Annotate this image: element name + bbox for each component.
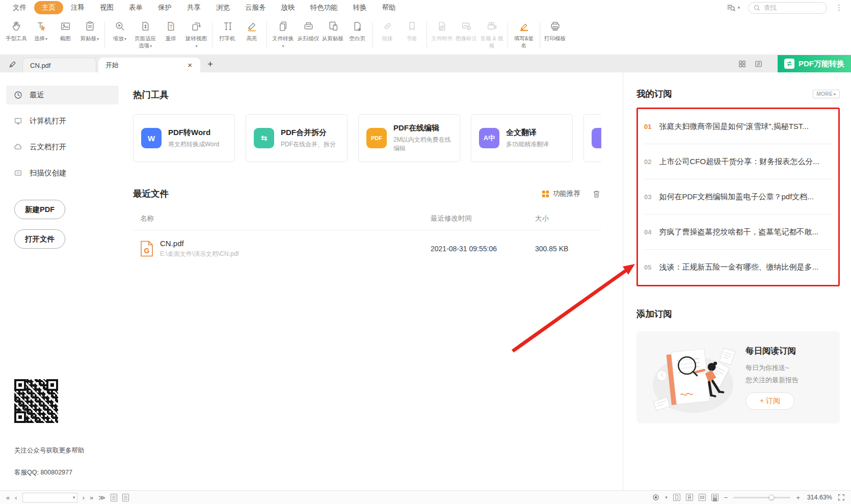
tool-highlight[interactable]: 高亮 <box>240 15 264 55</box>
reflow-icon <box>165 20 177 33</box>
subscription-item[interactable]: 03 如何在PDF文档编辑加盖电子公章？pdf文档... <box>644 179 832 215</box>
trash-icon <box>592 189 601 199</box>
more-menu-icon[interactable]: ⋮ <box>835 3 843 12</box>
first-page-button[interactable]: « <box>6 494 10 501</box>
single-page-layout-icon[interactable] <box>673 494 680 501</box>
clear-recent-button[interactable] <box>592 189 601 199</box>
card-merge-split[interactable]: ⇆ PDF合并拆分 PDF在线合并、拆分 <box>246 114 348 162</box>
sidebar-item-open-computer[interactable]: 计算机打开 <box>6 112 119 130</box>
zoom-slider[interactable] <box>733 497 790 498</box>
menu-cloud-service[interactable]: 云服务 <box>237 1 274 14</box>
menu-help[interactable]: 帮助 <box>375 1 404 14</box>
tabbar-right: PDF万能转换 <box>738 55 851 72</box>
menu-special-features[interactable]: 特色功能 <box>303 1 345 14</box>
subscription-item[interactable]: 02 上市公司CFO超级干货分享：财务报表怎么分... <box>644 144 832 179</box>
tab-document[interactable]: CN.pdf <box>22 58 96 72</box>
tool-from-scanner[interactable]: 从扫描仪 <box>296 15 321 55</box>
tool-hand[interactable]: 手型工具 <box>4 15 29 55</box>
page-thumbnail-icon[interactable] <box>111 494 117 501</box>
sidebar-item-label: 云文档打开 <box>30 142 67 152</box>
pen-tool-button[interactable] <box>4 57 20 72</box>
card-title: PDF转Word <box>168 128 219 138</box>
find-options-button[interactable]: ▾ <box>726 3 740 13</box>
last-page-button[interactable]: » <box>90 494 93 501</box>
subscription-item[interactable]: 05 浅谈：正规新五险一金有哪些、缴纳比例是多... <box>644 250 832 285</box>
tool-reflow[interactable]: 重排 <box>158 15 183 55</box>
menu-comment[interactable]: 注释 <box>63 1 92 14</box>
subscription-title-text: 张庭夫妇微商帝国是如何“滚雪球”,揭秘TST... <box>659 122 832 131</box>
hand-icon <box>10 20 23 33</box>
tool-fill-sign[interactable]: 填写&签名 <box>511 15 537 55</box>
tool-from-clipboard[interactable]: 从剪贴板 <box>321 15 345 55</box>
partial-card-icon <box>592 128 601 148</box>
zoom-icon <box>114 20 126 33</box>
menu-slideshow[interactable]: 放映 <box>274 1 303 14</box>
card-partial[interactable] <box>583 114 601 162</box>
reader-mode-icon[interactable] <box>754 60 763 68</box>
tool-select[interactable]: 选择▾ <box>29 15 53 55</box>
previous-page-button[interactable]: ‹ <box>15 494 17 501</box>
tool-convert-files[interactable]: 文件转换▾ <box>270 15 296 55</box>
table-row[interactable]: G CN.pdf E:\桌面文件\演示文档\CN.pdf 2021-08-31 … <box>133 230 601 267</box>
pdf-file-icon: G <box>140 241 153 257</box>
subscription-item[interactable]: 01 张庭夫妇微商帝国是如何“滚雪球”,揭秘TST... <box>644 109 832 144</box>
subscribe-button[interactable]: + 订阅 <box>746 392 794 410</box>
subscription-title-text: 浅谈：正规新五险一金有哪些、缴纳比例是多... <box>659 262 832 272</box>
menu-view[interactable]: 视图 <box>92 1 121 14</box>
two-page-continuous-layout-icon[interactable] <box>711 494 719 501</box>
tab-bar: CN.pdf 开始 × + PDF万能转换 <box>0 55 851 72</box>
tool-page-fit[interactable]: 页面适应选项▾ <box>132 15 158 55</box>
page-number-box[interactable]: ▾ <box>22 493 77 502</box>
toolbar: 手型工具 选择▾ 截图 剪贴板▾ 缩放▾ 页面适应选项▾ 重排 旋转视图▾ 打字… <box>0 15 851 55</box>
card-full-translate[interactable]: A中 全文翻译 多功能精准翻译 <box>471 114 573 162</box>
view-mode-icon[interactable] <box>652 494 659 501</box>
menu-home[interactable]: 主页 <box>34 1 63 14</box>
column-name: 名称 <box>140 214 431 223</box>
feature-recommend-button[interactable]: 功能推荐 <box>542 189 580 198</box>
search-input[interactable] <box>764 4 821 11</box>
zoom-percentage[interactable]: 314.63% <box>806 494 832 501</box>
next-view-button[interactable]: ≫ <box>98 494 105 501</box>
two-page-layout-icon[interactable] <box>699 494 706 501</box>
card-pdf-to-word[interactable]: W PDF转Word 将文档转换成Word <box>133 114 235 162</box>
page-number-input[interactable] <box>23 494 73 500</box>
sidebar-item-scanner-create[interactable]: 扫描仪创建 <box>6 164 119 182</box>
tool-clipboard[interactable]: 剪贴板▾ <box>77 15 102 55</box>
search-box[interactable] <box>748 2 827 14</box>
close-tab-icon[interactable]: × <box>187 61 193 69</box>
tool-zoom[interactable]: 缩放▾ <box>108 15 132 55</box>
pdf-converter-button[interactable]: PDF万能转换 <box>778 55 851 72</box>
tool-blank-page[interactable]: 空白页 <box>345 15 369 55</box>
menu-file[interactable]: 文件 <box>5 1 34 14</box>
menu-share[interactable]: 共享 <box>179 1 208 14</box>
next-page-button[interactable]: › <box>83 494 85 501</box>
tool-label: 重排 <box>166 35 176 42</box>
open-file-button[interactable]: 打开文件 <box>14 229 65 249</box>
zoom-in-button[interactable]: + <box>796 494 800 501</box>
subscriptions-header: 我的订阅 MORE ▸ <box>636 88 840 100</box>
sidebar-item-open-cloud[interactable]: 云文档打开 <box>6 138 119 156</box>
grid-view-icon[interactable] <box>738 60 747 68</box>
subscription-item[interactable]: 04 穷疯了曹操盗墓挖坟啥都干，盗墓笔记都不敢... <box>644 215 832 250</box>
new-pdf-button[interactable]: 新建PDF <box>14 200 65 219</box>
menu-browse[interactable]: 浏览 <box>208 1 237 14</box>
new-tab-button[interactable]: + <box>207 59 213 70</box>
tool-audio-video: 音频 & 视频 <box>478 15 505 55</box>
menu-form[interactable]: 表单 <box>121 1 150 14</box>
more-button[interactable]: MORE ▸ <box>813 90 840 98</box>
zoom-slider-thumb[interactable] <box>769 495 775 500</box>
card-online-edit[interactable]: PDF PDF在线编辑 2M以内文档免费在线编辑 <box>358 114 460 162</box>
zoom-out-button[interactable]: − <box>724 494 728 501</box>
sidebar-item-recent[interactable]: 最近 <box>6 86 119 104</box>
fullscreen-icon[interactable] <box>838 494 845 501</box>
dropdown-arrow-icon[interactable]: ▾ <box>665 495 668 500</box>
tool-snapshot[interactable]: 截图 <box>53 15 77 55</box>
tool-print-template[interactable]: 打印模板 <box>543 15 567 55</box>
menu-protect[interactable]: 保护 <box>150 1 179 14</box>
tool-rotate-view[interactable]: 旋转视图▾ <box>183 15 209 55</box>
menu-convert[interactable]: 转换 <box>345 1 375 14</box>
continuous-layout-icon[interactable] <box>686 494 693 501</box>
page-copy-icon[interactable] <box>122 494 129 501</box>
tab-home[interactable]: 开始 × <box>98 58 200 72</box>
tool-typewriter[interactable]: 打字机 <box>215 15 240 55</box>
